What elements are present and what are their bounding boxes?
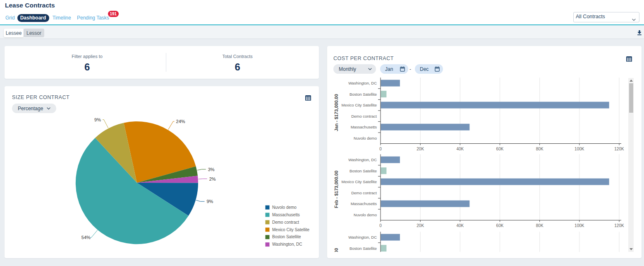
svg-text:0: 0 — [379, 147, 382, 151]
svg-text:54%: 54% — [81, 235, 91, 240]
svg-text:Mar - $173,000.00: Mar - $173,000.00 — [334, 248, 339, 252]
svg-text:40K: 40K — [456, 223, 464, 228]
svg-text:120K: 120K — [614, 223, 624, 228]
svg-text:Nuvolo demo: Nuvolo demo — [354, 212, 377, 217]
svg-text:Washington, DC: Washington, DC — [348, 235, 377, 239]
svg-text:Demo contract: Demo contract — [351, 190, 377, 195]
svg-text:Demo contract: Demo contract — [351, 114, 377, 118]
svg-text:20K: 20K — [417, 147, 424, 151]
svg-text:Nuvolo demo: Nuvolo demo — [272, 205, 297, 210]
svg-text:60K: 60K — [496, 223, 504, 228]
svg-text:120K: 120K — [614, 147, 624, 151]
svg-text:Boston Satellite: Boston Satellite — [350, 92, 377, 97]
svg-text:80K: 80K — [536, 223, 543, 228]
svg-text:Mexico City Satellite: Mexico City Satellite — [341, 103, 377, 107]
svg-text:100K: 100K — [575, 223, 584, 228]
svg-text:3%: 3% — [208, 167, 215, 172]
svg-text:Washington, DC: Washington, DC — [272, 242, 302, 247]
svg-text:Boston Satellite: Boston Satellite — [350, 168, 377, 173]
svg-text:0: 0 — [379, 223, 382, 228]
svg-text:Washington, DC: Washington, DC — [348, 157, 377, 162]
svg-text:Demo contract: Demo contract — [272, 220, 299, 225]
svg-text:Massachusetts: Massachusetts — [351, 125, 377, 129]
svg-text:24%: 24% — [176, 119, 185, 124]
svg-text:Nuvolo demo: Nuvolo demo — [354, 136, 377, 140]
svg-text:Feb - $173,000.00: Feb - $173,000.00 — [334, 170, 339, 208]
svg-text:2%: 2% — [209, 177, 216, 181]
svg-text:Boston Satellite: Boston Satellite — [272, 235, 301, 239]
svg-text:9%: 9% — [94, 117, 101, 122]
svg-text:Washington, DC: Washington, DC — [348, 81, 377, 85]
svg-text:20K: 20K — [417, 223, 424, 228]
svg-text:9%: 9% — [207, 199, 213, 204]
svg-text:Mexico City Satellite: Mexico City Satellite — [341, 179, 377, 184]
svg-text:Boston Satellite: Boston Satellite — [350, 246, 377, 251]
svg-text:Massachusetts: Massachusetts — [272, 213, 300, 217]
svg-text:60K: 60K — [496, 147, 504, 151]
svg-text:Massachusetts: Massachusetts — [351, 201, 377, 206]
svg-text:40K: 40K — [456, 147, 464, 151]
svg-text:Jan - $173,000.00: Jan - $173,000.00 — [334, 94, 339, 131]
svg-text:100K: 100K — [575, 147, 584, 151]
svg-text:80K: 80K — [536, 147, 543, 151]
svg-text:Mexico City Satellite: Mexico City Satellite — [272, 227, 309, 232]
